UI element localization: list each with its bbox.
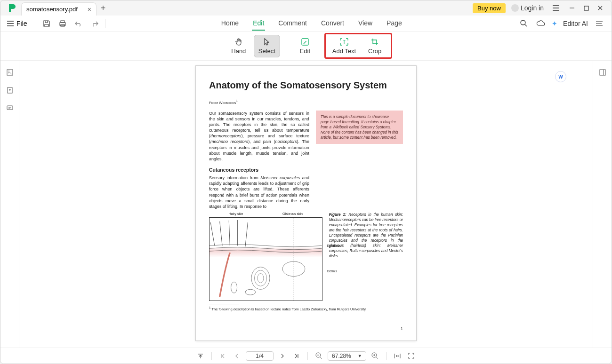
doc-footnote: 1 The following description is based on … bbox=[209, 306, 403, 311]
chevron-down-icon: ▼ bbox=[358, 354, 362, 358]
add-text-label: Add Text bbox=[332, 47, 356, 55]
new-tab-button[interactable]: + bbox=[97, 3, 110, 13]
word-badge-icon[interactable]: W bbox=[555, 71, 566, 82]
pencil-icon bbox=[301, 37, 309, 47]
tab-home[interactable]: Home bbox=[220, 16, 240, 31]
edit-label: Edit bbox=[300, 47, 310, 55]
close-window-button[interactable] bbox=[594, 2, 607, 14]
comment-icon[interactable] bbox=[5, 103, 15, 113]
doc-fig-caption: Figure 1: Receptors in the human skin: M… bbox=[329, 212, 403, 259]
file-label: File bbox=[16, 20, 27, 27]
bookmark-add-icon[interactable] bbox=[5, 85, 15, 95]
edit-tool[interactable]: Edit bbox=[292, 35, 318, 57]
panel-toggle-icon[interactable] bbox=[597, 67, 608, 78]
svg-point-14 bbox=[258, 274, 264, 283]
zoom-in-icon[interactable] bbox=[370, 351, 380, 361]
title-bar: somatosensory.pdf × + Buy now Login in bbox=[0, 0, 612, 16]
svg-point-8 bbox=[8, 71, 9, 71]
doc-callout: This is a sample document to showcase pa… bbox=[316, 111, 403, 144]
svg-point-16 bbox=[245, 289, 256, 295]
tab-convert[interactable]: Convert bbox=[320, 16, 345, 31]
last-page-icon[interactable] bbox=[291, 351, 302, 361]
cursor-icon bbox=[263, 37, 271, 47]
svg-rect-10 bbox=[7, 106, 13, 110]
scroll-top-icon[interactable] bbox=[195, 351, 206, 361]
zoom-out-icon[interactable] bbox=[314, 351, 324, 361]
menu-tabs: Home Edit Comment Convert View Page bbox=[220, 16, 403, 31]
crop-tool[interactable]: Crop bbox=[362, 35, 388, 56]
document-viewer[interactable]: W Anatomy of the Somatosensory System Fr… bbox=[19, 61, 593, 348]
cloud-icon[interactable] bbox=[535, 18, 546, 29]
fig-label-epidermis: Epidermis bbox=[327, 244, 341, 247]
hand-label: Hand bbox=[231, 47, 246, 55]
doc-title: Anatomy of the Somatosensory System bbox=[209, 80, 403, 91]
doc-para1: Our somatosensory system consists of sen… bbox=[209, 111, 309, 162]
doc-figure: Epidermis Dermis bbox=[209, 217, 322, 301]
svg-point-13 bbox=[254, 270, 266, 286]
bottom-bar: 1/4 67.28% ▼ bbox=[0, 348, 612, 364]
select-tool[interactable]: Select bbox=[254, 35, 280, 57]
doc-page-number: 1 bbox=[401, 326, 403, 331]
hand-tool[interactable]: Hand bbox=[225, 35, 252, 57]
svg-rect-0 bbox=[584, 6, 588, 10]
svg-point-11 bbox=[231, 282, 237, 293]
first-page-icon[interactable] bbox=[217, 351, 228, 361]
svg-point-4 bbox=[521, 20, 525, 25]
prev-page-icon[interactable] bbox=[232, 351, 242, 361]
hamburger-icon[interactable] bbox=[549, 2, 563, 14]
fit-width-icon[interactable] bbox=[392, 351, 403, 361]
pdf-page: Anatomy of the Somatosensory System From… bbox=[195, 65, 417, 341]
app-logo bbox=[2, 3, 21, 13]
document-tab[interactable]: somatosensory.pdf × bbox=[21, 2, 97, 16]
zoom-select[interactable]: 67.28% ▼ bbox=[328, 351, 366, 361]
file-menu-button[interactable]: File bbox=[3, 19, 31, 28]
doc-source: From Wikibooks1 bbox=[209, 99, 403, 105]
minimize-button[interactable] bbox=[565, 2, 579, 14]
tab-title: somatosensory.pdf bbox=[26, 6, 78, 13]
search-icon[interactable] bbox=[518, 18, 529, 29]
undo-button[interactable] bbox=[73, 18, 84, 29]
close-tab-icon[interactable]: × bbox=[88, 6, 91, 13]
fig-label-dermis: Dermis bbox=[327, 269, 337, 273]
fit-page-icon[interactable] bbox=[406, 351, 417, 361]
editor-ai-button[interactable]: Editor AI bbox=[563, 20, 588, 27]
save-button[interactable] bbox=[41, 18, 52, 29]
fig-label-hairy: Hairy skin bbox=[229, 212, 243, 215]
maximize-button[interactable] bbox=[580, 2, 593, 14]
fig-label-glabrous: Glabrous skin bbox=[282, 212, 303, 215]
tab-comment[interactable]: Comment bbox=[277, 16, 308, 31]
add-text-tool[interactable]: T Add Text bbox=[329, 35, 360, 56]
crop-label: Crop bbox=[368, 47, 381, 55]
avatar-icon bbox=[511, 4, 519, 12]
doc-para2: Sensory information from Meissner corpus… bbox=[209, 175, 309, 209]
highlighted-tools: T Add Text Crop bbox=[324, 33, 392, 59]
hamburger-small-icon bbox=[7, 21, 14, 26]
quick-toolbar: File Home Edit Comment Convert View Page… bbox=[0, 16, 612, 32]
login-label: Login in bbox=[521, 4, 544, 12]
zoom-value: 67.28% bbox=[332, 353, 351, 359]
sparkle-icon: ✦ bbox=[552, 20, 557, 27]
add-text-icon: T bbox=[339, 37, 349, 47]
redo-button[interactable] bbox=[89, 18, 100, 29]
left-rail bbox=[0, 61, 19, 348]
hand-icon bbox=[234, 37, 243, 47]
more-lines-icon[interactable] bbox=[594, 18, 605, 29]
tab-edit[interactable]: Edit bbox=[252, 16, 265, 31]
select-label: Select bbox=[258, 47, 275, 55]
page-indicator[interactable]: 1/4 bbox=[246, 351, 274, 361]
login-button[interactable]: Login in bbox=[508, 4, 547, 12]
next-page-icon[interactable] bbox=[277, 351, 288, 361]
thumbnails-icon[interactable] bbox=[5, 67, 15, 78]
doc-h3: Cutaneous receptors bbox=[209, 166, 309, 173]
right-rail bbox=[593, 61, 612, 348]
svg-rect-1 bbox=[61, 21, 64, 23]
tab-view[interactable]: View bbox=[357, 16, 373, 31]
svg-rect-17 bbox=[600, 70, 605, 75]
svg-text:T: T bbox=[343, 40, 346, 45]
crop-icon bbox=[370, 37, 379, 47]
tab-page[interactable]: Page bbox=[386, 16, 403, 31]
workspace: W Anatomy of the Somatosensory System Fr… bbox=[0, 61, 612, 348]
print-button[interactable] bbox=[57, 18, 68, 29]
buy-now-button[interactable]: Buy now bbox=[473, 3, 506, 13]
tool-row: Hand Select Edit T Add Text bbox=[0, 32, 612, 61]
